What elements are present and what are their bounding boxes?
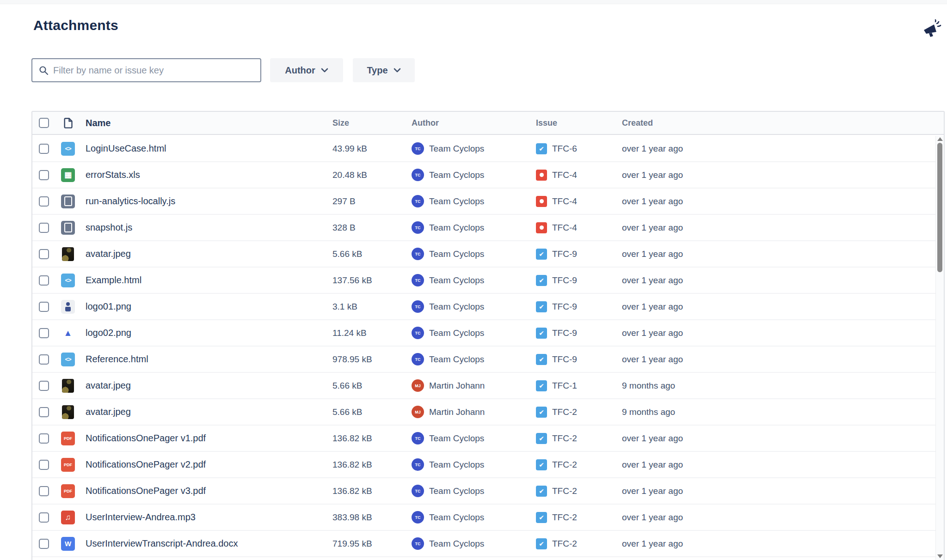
created-date: over 1 year ago [622, 196, 935, 207]
scrollbar-up-arrow[interactable] [937, 137, 943, 141]
table-row[interactable]: avatar.jpeg 5.66 kB MJ Martin Johann ✔ T… [32, 373, 935, 399]
row-checkbox[interactable] [39, 302, 49, 312]
file-type-icon [62, 405, 74, 419]
issue-key-link[interactable]: TFC-9 [552, 354, 577, 365]
issue-type-icon [536, 170, 547, 181]
issue-key-link[interactable]: TFC-2 [552, 486, 577, 496]
issue-key-link[interactable]: TFC-2 [552, 407, 577, 417]
author-name: Team Cyclops [429, 433, 484, 444]
author-name: Team Cyclops [429, 512, 484, 523]
issue-key-link[interactable]: TFC-6 [552, 144, 577, 154]
table-row[interactable]: ♫ UserInterview-Andrea.mp3 383.98 kB TC … [32, 505, 935, 531]
table-row[interactable]: PDF NotificationsOnePager v1.pdf 136.82 … [32, 426, 935, 452]
row-checkbox[interactable] [39, 539, 49, 549]
table-row[interactable]: ▲ logo02.png 11.24 kB TC Team Cyclops ✔ … [32, 320, 935, 347]
author-avatar: MJ [412, 406, 424, 418]
table-row[interactable]: avatar.jpeg 5.66 kB MJ Martin Johann ✔ T… [32, 399, 935, 426]
file-name-link[interactable]: avatar.jpeg [81, 407, 332, 417]
issue-key-link[interactable]: TFC-4 [552, 223, 577, 233]
file-name-link[interactable]: avatar.jpeg [81, 380, 332, 391]
file-name-link[interactable]: run-analytics-locally.js [81, 196, 332, 207]
filter-search-input[interactable] [53, 65, 254, 76]
row-checkbox[interactable] [39, 275, 49, 286]
issue-key-link[interactable]: TFC-4 [552, 170, 577, 180]
table-row[interactable]: PDF NotificationsOnePager v2.pdf 136.82 … [32, 452, 935, 478]
table-row[interactable]: <> Example.html 137.56 kB TC Team Cyclop… [32, 268, 935, 294]
scrollbar-thumb[interactable] [937, 143, 942, 272]
file-name-link[interactable]: errorStats.xls [81, 170, 332, 180]
created-date: over 1 year ago [622, 144, 935, 154]
file-size: 719.95 kB [332, 539, 412, 549]
issue-key-link[interactable]: TFC-9 [552, 302, 577, 312]
file-name-link[interactable]: LoginUseCase.html [81, 143, 332, 154]
issue-key-link[interactable]: TFC-2 [552, 512, 577, 523]
file-name-link[interactable]: snapshot.js [81, 222, 332, 233]
row-checkbox[interactable] [39, 433, 49, 444]
table-row[interactable]: run-analytics-locally.js 297 B TC Team C… [32, 189, 935, 215]
type-filter-button[interactable]: Type [353, 58, 415, 82]
author-name: Team Cyclops [429, 354, 484, 365]
row-checkbox[interactable] [39, 144, 49, 154]
row-checkbox[interactable] [39, 460, 49, 470]
file-name-link[interactable]: Example.html [81, 275, 332, 286]
file-type-icon: ▲ [61, 326, 75, 340]
column-header-issue: Issue [536, 118, 622, 128]
file-name-link[interactable]: NotificationsOnePager v2.pdf [81, 459, 332, 470]
table-row[interactable]: ▦ errorStats.xls 20.48 kB TC Team Cyclop… [32, 162, 935, 189]
file-size: 297 B [332, 196, 412, 207]
search-icon [39, 66, 49, 75]
file-name-link[interactable]: NotificationsOnePager v1.pdf [81, 433, 332, 444]
vertical-scrollbar[interactable] [935, 136, 944, 560]
page-copy-icon [63, 117, 73, 128]
file-name-link[interactable]: logo01.png [81, 301, 332, 312]
window-top-edge [0, 0, 947, 4]
table-row[interactable]: <> LoginUseCase.html 43.99 kB TC Team Cy… [32, 136, 935, 162]
file-name-link[interactable]: logo02.png [81, 328, 332, 338]
file-name-link[interactable]: avatar.jpeg [81, 249, 332, 259]
file-name-link[interactable]: Reference.html [81, 354, 332, 365]
file-name-link[interactable]: UserInterviewTranscript-Andrea.docx [81, 538, 332, 549]
announcement-button[interactable] [920, 18, 942, 39]
row-checkbox[interactable] [39, 486, 49, 496]
issue-key-link[interactable]: TFC-9 [552, 328, 577, 338]
row-checkbox[interactable] [39, 249, 49, 259]
author-avatar: TC [412, 511, 424, 523]
file-name-link[interactable]: NotificationsOnePager v3.pdf [81, 486, 332, 496]
row-checkbox[interactable] [39, 381, 49, 391]
select-all-cell [32, 118, 55, 128]
table-row[interactable]: avatar.jpeg 5.66 kB TC Team Cyclops ✔ TF… [32, 241, 935, 268]
issue-key-link[interactable]: TFC-2 [552, 539, 577, 549]
issue-key-link[interactable]: TFC-9 [552, 275, 577, 286]
table-row[interactable]: <> Reference.html 978.95 kB TC Team Cycl… [32, 347, 935, 373]
table-body: <> LoginUseCase.html 43.99 kB TC Team Cy… [32, 136, 935, 560]
row-checkbox[interactable] [39, 328, 49, 338]
issue-key-link[interactable]: TFC-4 [552, 196, 577, 207]
issue-key-link[interactable]: TFC-2 [552, 460, 577, 470]
column-header-created: Created [622, 118, 944, 128]
table-row[interactable]: W UserInterviewTranscript-Andrea.docx 71… [32, 531, 935, 557]
select-all-checkbox[interactable] [39, 118, 49, 128]
file-size: 137.56 kB [332, 275, 412, 286]
issue-type-icon: ✔ [536, 407, 547, 418]
issue-key-link[interactable]: TFC-1 [552, 381, 577, 391]
issue-key-link[interactable]: TFC-9 [552, 249, 577, 259]
created-date: over 1 year ago [622, 170, 935, 180]
row-checkbox[interactable] [39, 407, 49, 417]
issue-key-link[interactable]: TFC-2 [552, 433, 577, 444]
row-checkbox[interactable] [39, 196, 49, 207]
table-row[interactable]: PDF NotificationsOnePager v3.pdf 136.82 … [32, 478, 935, 505]
row-checkbox[interactable] [39, 223, 49, 233]
row-checkbox[interactable] [39, 354, 49, 365]
table-row[interactable]: snapshot.js 328 B TC Team Cyclops TFC-4 … [32, 215, 935, 241]
table-header-row: Name Size Author Issue Created [32, 112, 944, 135]
author-avatar: TC [412, 432, 424, 444]
created-date: 9 months ago [622, 407, 935, 417]
issue-type-icon [536, 222, 547, 233]
table-row[interactable]: logo01.png 3.1 kB TC Team Cyclops ✔ TFC-… [32, 294, 935, 320]
row-checkbox[interactable] [39, 170, 49, 180]
scrollbar-down-arrow[interactable] [937, 554, 943, 558]
author-filter-button[interactable]: Author [270, 58, 343, 82]
file-name-link[interactable]: UserInterview-Andrea.mp3 [81, 512, 332, 523]
author-name: Team Cyclops [429, 460, 484, 470]
row-checkbox[interactable] [39, 512, 49, 523]
